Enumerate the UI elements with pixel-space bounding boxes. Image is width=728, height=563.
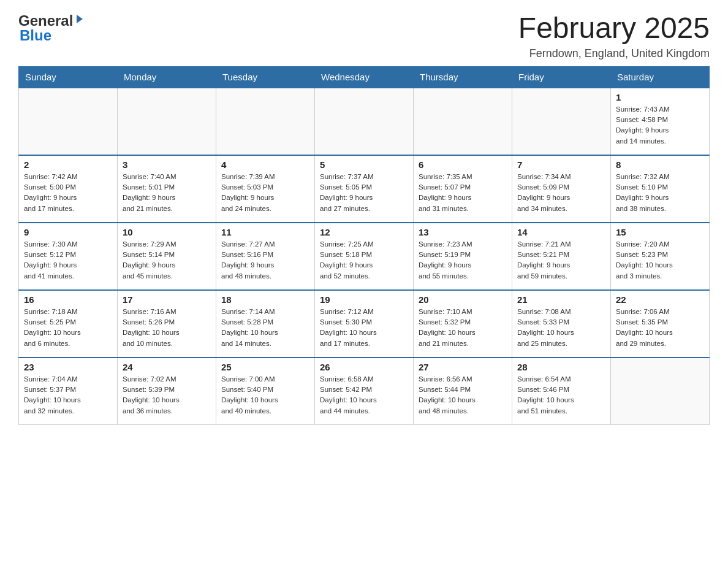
calendar-cell: 21Sunrise: 7:08 AMSunset: 5:33 PMDayligh…	[512, 290, 611, 358]
day-number: 12	[320, 227, 408, 237]
calendar-cell	[315, 88, 414, 155]
calendar-cell: 18Sunrise: 7:14 AMSunset: 5:28 PMDayligh…	[216, 290, 315, 358]
calendar-cell: 26Sunrise: 6:58 AMSunset: 5:42 PMDayligh…	[315, 358, 414, 425]
day-info: Sunrise: 7:30 AMSunset: 5:12 PMDaylight:…	[24, 239, 112, 282]
week-row-1: 1Sunrise: 7:43 AMSunset: 4:58 PMDaylight…	[19, 88, 710, 155]
calendar-cell	[118, 88, 216, 155]
calendar-cell: 8Sunrise: 7:32 AMSunset: 5:10 PMDaylight…	[611, 155, 710, 223]
day-info: Sunrise: 7:29 AMSunset: 5:14 PMDaylight:…	[123, 239, 211, 282]
day-info: Sunrise: 6:58 AMSunset: 5:42 PMDaylight:…	[320, 374, 408, 416]
day-info: Sunrise: 7:23 AMSunset: 5:19 PMDaylight:…	[419, 239, 507, 282]
day-number: 21	[517, 294, 605, 305]
calendar-cell	[414, 88, 512, 155]
day-number: 9	[24, 227, 112, 237]
day-number: 15	[616, 227, 704, 237]
day-info: Sunrise: 7:40 AMSunset: 5:01 PMDaylight:…	[123, 172, 211, 214]
calendar-cell	[19, 88, 118, 155]
day-number: 24	[123, 362, 211, 372]
day-info: Sunrise: 7:00 AMSunset: 5:40 PMDaylight:…	[221, 374, 309, 416]
logo-arrow-icon	[74, 13, 85, 27]
day-number: 1	[616, 92, 704, 102]
day-number: 23	[24, 362, 112, 372]
logo: General Blue	[18, 12, 85, 44]
day-number: 20	[419, 294, 507, 305]
day-info: Sunrise: 7:20 AMSunset: 5:23 PMDaylight:…	[616, 239, 704, 282]
calendar-cell: 5Sunrise: 7:37 AMSunset: 5:05 PMDaylight…	[315, 155, 414, 223]
svg-marker-0	[77, 15, 83, 23]
calendar-cell	[611, 358, 710, 425]
calendar-cell: 22Sunrise: 7:06 AMSunset: 5:35 PMDayligh…	[611, 290, 710, 358]
logo-blue-text: Blue	[18, 27, 51, 44]
day-info: Sunrise: 7:16 AMSunset: 5:26 PMDaylight:…	[123, 307, 211, 349]
title-section: February 2025 Ferndown, England, United …	[518, 12, 710, 60]
day-number: 11	[221, 227, 309, 237]
day-number: 19	[320, 294, 408, 305]
day-info: Sunrise: 6:56 AMSunset: 5:44 PMDaylight:…	[419, 374, 507, 416]
day-number: 26	[320, 362, 408, 372]
calendar-cell: 1Sunrise: 7:43 AMSunset: 4:58 PMDaylight…	[611, 88, 710, 155]
calendar-cell	[512, 88, 611, 155]
calendar-cell: 23Sunrise: 7:04 AMSunset: 5:37 PMDayligh…	[19, 358, 118, 425]
weekday-header-saturday: Saturday	[611, 66, 710, 88]
day-number: 25	[221, 362, 309, 372]
calendar-cell: 27Sunrise: 6:56 AMSunset: 5:44 PMDayligh…	[414, 358, 512, 425]
week-row-2: 2Sunrise: 7:42 AMSunset: 5:00 PMDaylight…	[19, 155, 710, 223]
calendar-cell: 3Sunrise: 7:40 AMSunset: 5:01 PMDaylight…	[118, 155, 216, 223]
day-info: Sunrise: 7:12 AMSunset: 5:30 PMDaylight:…	[320, 307, 408, 349]
week-row-5: 23Sunrise: 7:04 AMSunset: 5:37 PMDayligh…	[19, 358, 710, 425]
day-info: Sunrise: 7:42 AMSunset: 5:00 PMDaylight:…	[24, 172, 112, 214]
calendar-cell: 20Sunrise: 7:10 AMSunset: 5:32 PMDayligh…	[414, 290, 512, 358]
day-info: Sunrise: 7:21 AMSunset: 5:21 PMDaylight:…	[517, 239, 605, 282]
day-info: Sunrise: 7:43 AMSunset: 4:58 PMDaylight:…	[616, 104, 704, 147]
calendar-cell: 28Sunrise: 6:54 AMSunset: 5:46 PMDayligh…	[512, 358, 611, 425]
day-number: 2	[24, 159, 112, 170]
day-number: 5	[320, 159, 408, 170]
day-number: 3	[123, 159, 211, 170]
day-info: Sunrise: 7:08 AMSunset: 5:33 PMDaylight:…	[517, 307, 605, 349]
weekday-header-monday: Monday	[118, 66, 216, 88]
day-info: Sunrise: 7:34 AMSunset: 5:09 PMDaylight:…	[517, 172, 605, 214]
weekday-header-tuesday: Tuesday	[216, 66, 315, 88]
day-number: 22	[616, 294, 704, 305]
day-number: 10	[123, 227, 211, 237]
calendar-cell: 11Sunrise: 7:27 AMSunset: 5:16 PMDayligh…	[216, 223, 315, 290]
day-info: Sunrise: 7:27 AMSunset: 5:16 PMDaylight:…	[221, 239, 309, 282]
weekday-header-wednesday: Wednesday	[315, 66, 414, 88]
weekday-header-sunday: Sunday	[19, 66, 118, 88]
calendar-cell: 10Sunrise: 7:29 AMSunset: 5:14 PMDayligh…	[118, 223, 216, 290]
day-info: Sunrise: 7:14 AMSunset: 5:28 PMDaylight:…	[221, 307, 309, 349]
day-info: Sunrise: 7:25 AMSunset: 5:18 PMDaylight:…	[320, 239, 408, 282]
day-number: 17	[123, 294, 211, 305]
calendar-cell: 2Sunrise: 7:42 AMSunset: 5:00 PMDaylight…	[19, 155, 118, 223]
calendar-cell: 16Sunrise: 7:18 AMSunset: 5:25 PMDayligh…	[19, 290, 118, 358]
calendar-cell	[216, 88, 315, 155]
day-number: 28	[517, 362, 605, 372]
day-info: Sunrise: 7:04 AMSunset: 5:37 PMDaylight:…	[24, 374, 112, 416]
calendar-cell: 19Sunrise: 7:12 AMSunset: 5:30 PMDayligh…	[315, 290, 414, 358]
calendar-cell: 9Sunrise: 7:30 AMSunset: 5:12 PMDaylight…	[19, 223, 118, 290]
day-info: Sunrise: 6:54 AMSunset: 5:46 PMDaylight:…	[517, 374, 605, 416]
day-info: Sunrise: 7:39 AMSunset: 5:03 PMDaylight:…	[221, 172, 309, 214]
day-info: Sunrise: 7:18 AMSunset: 5:25 PMDaylight:…	[24, 307, 112, 349]
calendar-cell: 13Sunrise: 7:23 AMSunset: 5:19 PMDayligh…	[414, 223, 512, 290]
calendar-cell: 25Sunrise: 7:00 AMSunset: 5:40 PMDayligh…	[216, 358, 315, 425]
calendar-cell: 15Sunrise: 7:20 AMSunset: 5:23 PMDayligh…	[611, 223, 710, 290]
calendar-table: SundayMondayTuesdayWednesdayThursdayFrid…	[18, 66, 710, 426]
calendar-cell: 6Sunrise: 7:35 AMSunset: 5:07 PMDaylight…	[414, 155, 512, 223]
day-number: 16	[24, 294, 112, 305]
week-row-3: 9Sunrise: 7:30 AMSunset: 5:12 PMDaylight…	[19, 223, 710, 290]
day-number: 14	[517, 227, 605, 237]
day-number: 7	[517, 159, 605, 170]
weekday-header-friday: Friday	[512, 66, 611, 88]
weekday-header-thursday: Thursday	[414, 66, 512, 88]
calendar-cell: 12Sunrise: 7:25 AMSunset: 5:18 PMDayligh…	[315, 223, 414, 290]
day-number: 18	[221, 294, 309, 305]
day-info: Sunrise: 7:06 AMSunset: 5:35 PMDaylight:…	[616, 307, 704, 349]
day-info: Sunrise: 7:37 AMSunset: 5:05 PMDaylight:…	[320, 172, 408, 214]
day-number: 8	[616, 159, 704, 170]
day-number: 27	[419, 362, 507, 372]
week-row-4: 16Sunrise: 7:18 AMSunset: 5:25 PMDayligh…	[19, 290, 710, 358]
day-number: 6	[419, 159, 507, 170]
day-info: Sunrise: 7:02 AMSunset: 5:39 PMDaylight:…	[123, 374, 211, 416]
page-header: General Blue February 2025 Ferndown, Eng…	[18, 12, 710, 60]
